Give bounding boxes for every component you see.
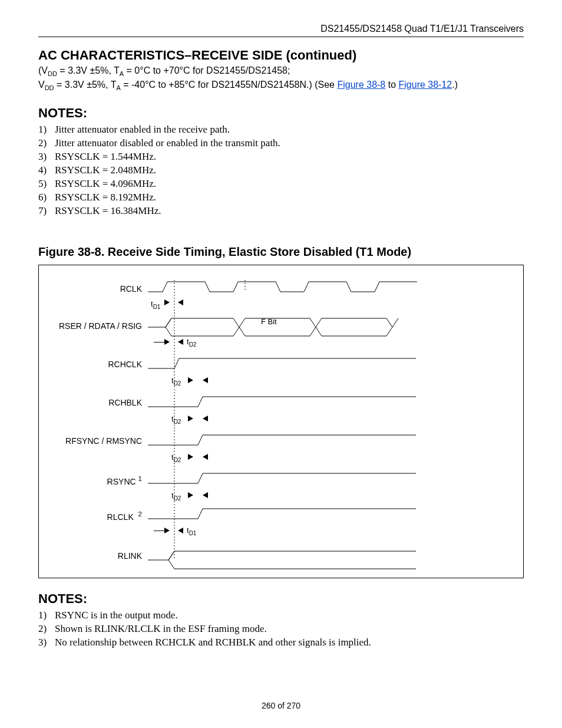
page-number: 260 of 270	[0, 701, 562, 710]
note-text: RSYSCLK = 16.384MHz.	[55, 205, 161, 218]
note-item: 6)RSYSCLK = 8.192MHz.	[38, 191, 524, 205]
cond-text: = -40°C to +85°C for DS21455N/DS21458N.)…	[121, 80, 338, 90]
arrow-right-icon	[188, 416, 193, 421]
note-item: 1)Jitter attenuator enabled in the recei…	[38, 123, 524, 137]
note-text: Jitter attenuator disabled or enabled in…	[55, 137, 280, 150]
td2-label: tD2	[171, 453, 181, 463]
cond-text: to	[385, 80, 398, 90]
cond-text: = 0°C to +70°C for DS21455/DS21458;	[124, 65, 290, 75]
td1-label: tD1	[187, 526, 196, 536]
note-text: Jitter attenuator enabled in the receive…	[55, 123, 230, 137]
fbit-label: F Bit	[261, 317, 277, 326]
note-text: No relationship between RCHCLK and RCHBL…	[55, 636, 371, 650]
arrow-left-icon	[178, 528, 183, 533]
arrow-right-icon	[188, 377, 193, 383]
note-item: 4)RSYSCLK = 2.048MHz.	[38, 164, 524, 177]
waveforms-svg	[39, 265, 522, 578]
cond-sub: DD	[45, 84, 54, 91]
cond-sub: A	[120, 70, 124, 77]
notes-list-2: 1)RSYNC is in the output mode. 2)Shown i…	[38, 609, 524, 650]
td2-label: tD2	[187, 337, 196, 348]
note-text: RSYSCLK = 4.096MHz.	[55, 177, 156, 191]
header-rule	[38, 37, 524, 37]
note-item: 3)RSYSCLK = 1.544MHz.	[38, 150, 524, 164]
notes-heading: NOTES:	[38, 106, 524, 121]
marker-line	[154, 342, 166, 342]
arrow-left-icon	[178, 299, 183, 305]
header-doc-title: DS21455/DS21458 Quad T1/E1/J1 Transceive…	[38, 24, 524, 34]
cond-text: V	[38, 80, 45, 90]
figure-link-38-12[interactable]: Figure 38-12	[399, 80, 452, 90]
cond-text: = 3.3V ±5%, T	[54, 80, 117, 90]
note-item: 5)RSYSCLK = 4.096MHz.	[38, 177, 524, 191]
cond-text: = 3.3V ±5%, T	[57, 65, 120, 75]
note-item: 1)RSYNC is in the output mode.	[38, 609, 524, 622]
cond-text: .)	[452, 80, 458, 90]
cond-sub: A	[116, 84, 120, 91]
note-item: 7)RSYSCLK = 16.384MHz.	[38, 205, 524, 218]
cond-sub: DD	[48, 70, 57, 77]
arrow-left-icon	[203, 377, 208, 383]
arrow-left-icon	[203, 416, 208, 421]
note-item: 2)Jitter attenuator disabled or enabled …	[38, 137, 524, 150]
conditions: (VDD = 3.3V ±5%, TA = 0°C to +70°C for D…	[38, 64, 524, 93]
arrow-right-icon	[164, 339, 170, 345]
page: DS21455/DS21458 Quad T1/E1/J1 Transceive…	[0, 0, 562, 728]
notes-list-1: 1)Jitter attenuator enabled in the recei…	[38, 123, 524, 218]
note-item: 2)Shown is RLINK/RLCLK in the ESF framin…	[38, 622, 524, 636]
note-text: RSYNC is in the output mode.	[55, 609, 178, 622]
figure-link-38-8[interactable]: Figure 38-8	[337, 80, 385, 90]
note-text: RSYSCLK = 2.048MHz.	[55, 164, 156, 177]
note-text: RSYSCLK = 1.544MHz.	[55, 150, 156, 164]
note-text: Shown is RLINK/RLCLK in the ESF framing …	[55, 622, 267, 636]
cond-text: (V	[38, 65, 48, 75]
td2-label: tD2	[171, 414, 181, 425]
arrow-left-icon	[203, 454, 208, 460]
td2-label: tD2	[171, 491, 181, 502]
marker-line	[154, 531, 166, 531]
td1-label: tD1	[151, 299, 160, 310]
timing-diagram: RCLK RSER / RDATA / RSIG RCHCLK RCHBLK R…	[38, 265, 524, 578]
notes-heading: NOTES:	[38, 591, 524, 607]
arrow-right-icon	[188, 454, 193, 460]
note-item: 3)No relationship between RCHCLK and RCH…	[38, 636, 524, 650]
figure-title: Figure 38-8. Receive Side Timing, Elasti…	[38, 245, 524, 259]
arrow-right-icon	[164, 528, 170, 533]
arrow-right-icon	[188, 492, 193, 498]
arrow-left-icon	[178, 339, 183, 345]
note-text: RSYSCLK = 8.192MHz.	[55, 191, 156, 205]
arrow-left-icon	[203, 492, 208, 498]
td2-label: tD2	[171, 376, 181, 387]
section-title: AC CHARACTERISTICS–RECEIVE SIDE (continu…	[38, 48, 524, 63]
arrow-right-icon	[164, 299, 170, 305]
